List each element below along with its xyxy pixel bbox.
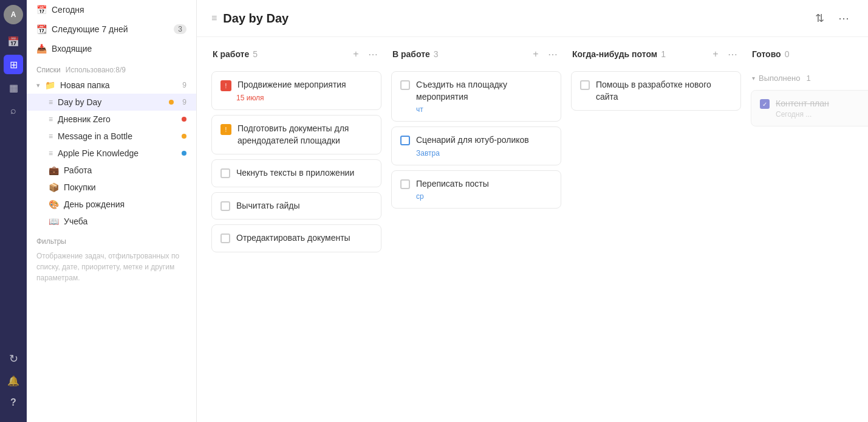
folder-nueva[interactable]: ▾ 📁 Новая папка 9	[27, 77, 196, 94]
more-inprogress-button[interactable]: ⋯	[545, 47, 560, 61]
card-docs[interactable]: ! Подготовить документы для арендодателе…	[211, 115, 381, 154]
card-edit[interactable]: Отредактировать документы	[211, 224, 381, 252]
list-menu-icon2: ≡	[49, 115, 53, 123]
list-item-dnevnik[interactable]: ≡ Дневник Zero	[27, 111, 196, 128]
done-chevron-icon: ▾	[752, 75, 755, 81]
list-dot-apk	[182, 151, 186, 156]
card-texts-text: Чекнуть тексты в приложении	[236, 167, 354, 179]
card-content-plan-date: Сегодня ...	[776, 110, 868, 119]
inbox-icon: 📥	[36, 44, 47, 54]
checkbox-content-plan[interactable]: ✓	[760, 99, 770, 109]
main-header: ≡ Day by Day ⇅ ⋯	[197, 0, 868, 37]
card-site-text: Помощь в разработке нового сайта	[596, 79, 732, 103]
column-title-todo: К работе	[213, 49, 249, 59]
done-completed-count: 1	[806, 74, 810, 83]
card-promo[interactable]: ! Продвижение мероприятия 15 июля	[211, 71, 381, 110]
card-promo-date: 15 июля	[236, 94, 372, 102]
card-texts[interactable]: Чекнуть тексты в приложении	[211, 159, 381, 187]
card-edit-text: Отредактировать документы	[236, 232, 350, 244]
done-section-label[interactable]: ▾ Выполнено 1	[751, 71, 868, 85]
priority-red-icon: !	[220, 80, 231, 91]
list-item-rabota[interactable]: 💼 Работа	[27, 162, 196, 179]
card-venue-date: чт	[416, 105, 552, 114]
add-todo-button[interactable]: +	[349, 47, 363, 61]
birthday-label: День рождения	[64, 199, 125, 209]
checkbox-venue[interactable]	[400, 80, 410, 90]
card-content-plan[interactable]: ✓ Контент-план Сегодня ...	[751, 90, 868, 126]
sidebar-item-next7[interactable]: 📆 Следующие 7 дней 3	[27, 19, 196, 39]
column-header-todo: К работе 5 + ⋯	[211, 47, 381, 66]
list-item-apk[interactable]: ≡ Apple Pie Knowledge	[27, 145, 196, 162]
sort-button[interactable]: ⇅	[810, 9, 829, 28]
done-completed-label: Выполнено	[759, 74, 800, 83]
column-todo: К работе 5 + ⋯ ! Продвижение мероприятия…	[211, 47, 381, 252]
list-item-birthday[interactable]: 🎨 День рождения	[27, 196, 196, 213]
checkbox-site[interactable]	[580, 80, 590, 90]
nav-search-icon[interactable]: ⌕	[4, 101, 23, 120]
priority-orange-icon: !	[220, 124, 231, 135]
checkbox-posts[interactable]	[400, 179, 410, 189]
column-count-todo: 5	[253, 49, 258, 59]
column-actions-todo: + ⋯	[349, 47, 380, 61]
more-someday-button[interactable]: ⋯	[725, 47, 740, 61]
lists-section-header: Списки Использовано:8/9	[27, 58, 196, 77]
card-site[interactable]: Помощь в разработке нового сайта	[571, 71, 741, 111]
checkbox-scenario[interactable]	[400, 136, 410, 145]
column-title-inprogress: В работе	[392, 49, 430, 59]
card-venue-text: Съездить на площадку мероприятия	[416, 79, 552, 103]
nav-board-icon[interactable]: ⊞	[4, 55, 23, 74]
card-promo-text: Продвижение мероприятия	[238, 79, 346, 91]
list-item-daybyday[interactable]: ≡ Day by Day 9	[27, 94, 196, 111]
nav-grid-icon[interactable]: ▦	[4, 78, 23, 97]
nav-calendar-icon[interactable]: 📅	[4, 32, 23, 51]
checkbox-texts[interactable]	[220, 168, 230, 178]
today-label: Сегодня	[52, 5, 84, 15]
main-content: ≡ Day by Day ⇅ ⋯ К работе 5 + ⋯ ! Продви…	[197, 0, 868, 422]
list-dot-miab	[182, 134, 186, 139]
list-label-daybyday: Day by Day	[58, 97, 101, 107]
column-someday: Когда-нибудь потом 1 + ⋯ Помощь в разраб…	[571, 47, 741, 111]
main-title: Day by Day	[223, 12, 804, 26]
add-inprogress-button[interactable]: +	[528, 47, 543, 61]
checkbox-edit[interactable]	[220, 233, 230, 243]
column-count-someday: 1	[661, 49, 666, 59]
add-someday-button[interactable]: +	[708, 47, 723, 61]
header-actions: ⇅ ⋯	[810, 9, 853, 28]
list-label-miab: Message in a Bottle	[58, 131, 132, 141]
main-menu-icon[interactable]: ≡	[211, 13, 217, 24]
nav-refresh-icon[interactable]: ↻	[4, 349, 23, 368]
sidebar-item-inbox[interactable]: 📥 Входящие	[27, 39, 196, 58]
sidebar-item-today[interactable]: 📅 Сегодня	[27, 0, 196, 19]
more-todo-button[interactable]: ⋯	[366, 47, 380, 61]
ucheba-emoji: 📖	[49, 216, 59, 226]
folder-badge: 9	[182, 81, 186, 89]
nav-help-icon[interactable]: ?	[4, 393, 23, 412]
column-count-inprogress: 3	[434, 49, 439, 59]
card-scenario-text: Сценарий для ютуб-роликов	[416, 134, 529, 147]
pokupki-emoji: 📦	[49, 182, 59, 192]
card-guides[interactable]: Вычитать гайды	[211, 192, 381, 220]
list-menu-icon4: ≡	[49, 149, 53, 157]
rabota-label: Работа	[64, 165, 92, 175]
card-venue[interactable]: Съездить на площадку мероприятия чт	[391, 71, 561, 122]
more-button[interactable]: ⋯	[834, 9, 853, 28]
filters-placeholder: Отображение задач, отфильтрованных по сп…	[36, 251, 186, 283]
checkbox-guides[interactable]	[220, 201, 230, 211]
card-posts-text: Переписать посты	[416, 178, 489, 190]
card-docs-text: Подготовить документы для арендодателей …	[238, 123, 372, 147]
column-header-inprogress: В работе 3 + ⋯	[391, 47, 561, 66]
lists-header-label: Списки	[36, 66, 61, 74]
ucheba-label: Учеба	[64, 216, 87, 226]
card-posts[interactable]: Переписать посты ср	[391, 170, 561, 209]
filters-header: Фильтры	[36, 237, 186, 246]
rabota-emoji: 💼	[49, 165, 59, 175]
card-scenario[interactable]: Сценарий для ютуб-роликов Завтра	[391, 126, 561, 165]
list-dot-daybyday	[169, 100, 174, 105]
list-item-pokupki[interactable]: 📦 Покупки	[27, 179, 196, 196]
list-item-miab[interactable]: ≡ Message in a Bottle	[27, 128, 196, 145]
list-item-ucheba[interactable]: 📖 Учеба	[27, 213, 196, 230]
inbox-label: Входящие	[52, 44, 92, 54]
nav-bell-icon[interactable]: 🔔	[4, 371, 23, 390]
folder-chevron-icon: ▾	[36, 81, 40, 89]
avatar[interactable]: A	[4, 5, 23, 24]
